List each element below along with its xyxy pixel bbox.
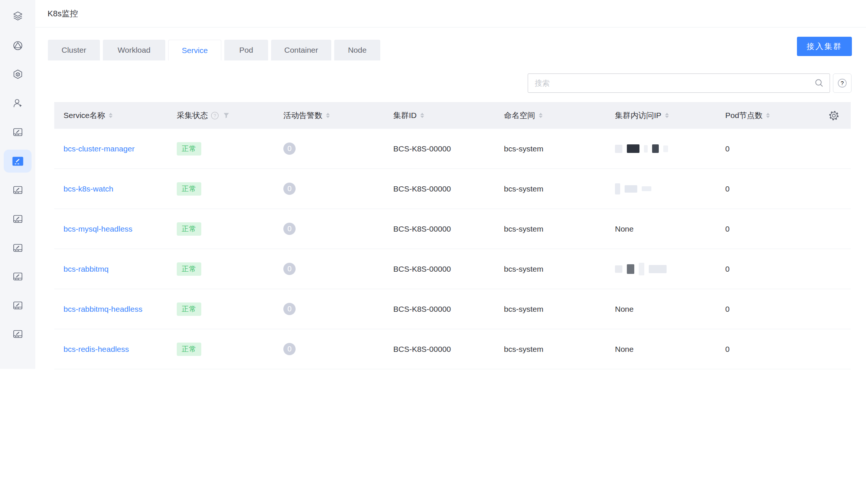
ip-cell: None (606, 305, 716, 314)
table-row: bcs-redis-headless正常0BCS-K8S-00000bcs-sy… (54, 329, 851, 369)
sidebar-item-9-dashboard[interactable] (4, 236, 32, 259)
ip-cell: None (606, 345, 716, 354)
column-label: 集群内访问IP (615, 110, 661, 121)
page-title: K8s监控 (48, 0, 78, 27)
status-badge: 正常 (177, 262, 201, 276)
ip-cell (606, 144, 716, 153)
pod-count-cell: 0 (725, 305, 730, 314)
sidebar-item-5-dashboard[interactable] (4, 121, 32, 144)
dashboard-icon (13, 271, 23, 282)
tab-label: Cluster (62, 46, 87, 55)
namespace-cell: bcs-system (504, 345, 543, 354)
tab-service[interactable]: Service (168, 40, 221, 60)
ip-value: None (615, 305, 634, 314)
tab-label: Service (182, 46, 208, 55)
cluster-id-cell: BCS-K8S-00000 (393, 144, 451, 153)
service-name-link[interactable]: bcs-redis-headless (64, 345, 129, 354)
sort-caret-icon[interactable] (766, 113, 770, 118)
column-label: 活动告警数 (283, 110, 322, 121)
sidebar (0, 0, 35, 369)
redacted-block (639, 263, 644, 275)
alert-count-badge: 0 (283, 303, 296, 315)
pod-count-cell: 0 (725, 184, 730, 193)
sidebar-item-10-dashboard[interactable] (4, 265, 32, 288)
tab-pod[interactable]: Pod (224, 40, 268, 60)
pod-count-cell: 0 (725, 345, 730, 354)
tab-label: Node (348, 46, 367, 55)
search-input[interactable] (528, 73, 830, 93)
status-badge: 正常 (177, 142, 201, 156)
service-name-link[interactable]: bcs-rabbitmq (64, 265, 108, 274)
search-box (528, 73, 830, 93)
sort-caret-icon[interactable] (665, 113, 669, 118)
svg-text:?: ? (841, 80, 844, 86)
column-header-4[interactable]: 集群ID (384, 110, 495, 121)
help-button[interactable]: ? (833, 73, 852, 93)
service-name-link[interactable]: bcs-cluster-manager (64, 144, 134, 153)
tab-node[interactable]: Node (334, 40, 380, 60)
dashboard-icon (13, 243, 23, 253)
sidebar-item-8-dashboard[interactable] (4, 207, 32, 230)
cluster-id-cell: BCS-K8S-00000 (393, 184, 451, 193)
cluster-id-cell: BCS-K8S-00000 (393, 225, 451, 233)
column-header-5[interactable]: 命名空间 (495, 110, 606, 121)
column-label: 集群ID (393, 110, 417, 121)
service-name-link[interactable]: bcs-mysql-headless (64, 225, 133, 233)
sidebar-item-1-layers[interactable] (4, 4, 32, 27)
table-settings (793, 110, 851, 121)
table-row: bcs-rabbitmq正常0BCS-K8S-00000bcs-system0 (54, 249, 851, 289)
redacted-block (642, 186, 651, 191)
service-name-link[interactable]: bcs-k8s-watch (64, 184, 113, 193)
sort-caret-icon[interactable] (326, 113, 330, 118)
pod-count-cell: 0 (725, 265, 730, 274)
gear-icon[interactable] (828, 110, 840, 121)
sidebar-item-3-hexagon-cube[interactable] (4, 63, 32, 86)
tab-cluster[interactable]: Cluster (48, 40, 100, 60)
filter-funnel-icon[interactable] (223, 112, 229, 119)
redacted-block (663, 145, 668, 152)
redacted-block (627, 264, 634, 274)
question-circle-icon: ? (837, 78, 848, 89)
tab-workload[interactable]: Workload (103, 40, 165, 60)
sort-caret-icon[interactable] (420, 113, 424, 118)
namespace-cell: bcs-system (504, 265, 543, 274)
cluster-id-cell: BCS-K8S-00000 (393, 345, 451, 354)
sidebar-item-6-dashboard[interactable] (4, 150, 32, 173)
app-root: K8s监控 ClusterWorkloadServicePodContainer… (0, 0, 866, 504)
ip-value: None (615, 345, 634, 354)
tab-label: Workload (118, 46, 150, 55)
column-header-2: 采集状态? (167, 110, 274, 121)
alert-count-badge: 0 (283, 223, 296, 235)
tab-label: Container (284, 46, 318, 55)
sort-caret-icon[interactable] (539, 113, 543, 118)
column-header-6[interactable]: 集群内访问IP (606, 110, 716, 121)
sidebar-item-12-dashboard[interactable] (4, 323, 32, 346)
status-badge: 正常 (177, 302, 201, 316)
column-header-7[interactable]: Pod节点数 (716, 110, 793, 121)
sidebar-item-7-dashboard[interactable] (4, 179, 32, 202)
tab-bar: ClusterWorkloadServicePodContainerNode (48, 40, 380, 61)
namespace-cell: bcs-system (504, 305, 543, 314)
sidebar-item-4-user-star[interactable] (4, 92, 32, 115)
connect-cluster-button[interactable]: 接入集群 (797, 37, 852, 56)
column-label: 采集状态 (177, 110, 208, 121)
column-header-3[interactable]: 活动告警数 (274, 110, 384, 121)
ip-cell: None (606, 225, 716, 233)
redacted-block (615, 265, 622, 273)
globe-icon (13, 40, 23, 51)
redacted-block (615, 145, 622, 153)
tab-container[interactable]: Container (271, 40, 331, 60)
service-name-link[interactable]: bcs-rabbitmq-headless (64, 305, 142, 314)
redacted-block (649, 265, 667, 273)
column-label: 命名空间 (504, 110, 535, 121)
svg-text:?: ? (214, 113, 216, 118)
table-row: bcs-rabbitmq-headless正常0BCS-K8S-00000bcs… (54, 289, 851, 329)
table-row: bcs-cluster-manager正常0BCS-K8S-00000bcs-s… (54, 129, 851, 169)
ip-cell (606, 263, 716, 275)
column-header-1[interactable]: Service名称 (54, 110, 167, 121)
sidebar-item-11-dashboard[interactable] (4, 294, 32, 317)
sidebar-item-2-globe[interactable] (4, 34, 32, 57)
table-row: bcs-mysql-headless正常0BCS-K8S-00000bcs-sy… (54, 209, 851, 249)
help-circle-icon[interactable]: ? (210, 111, 219, 120)
sort-caret-icon[interactable] (109, 113, 113, 118)
